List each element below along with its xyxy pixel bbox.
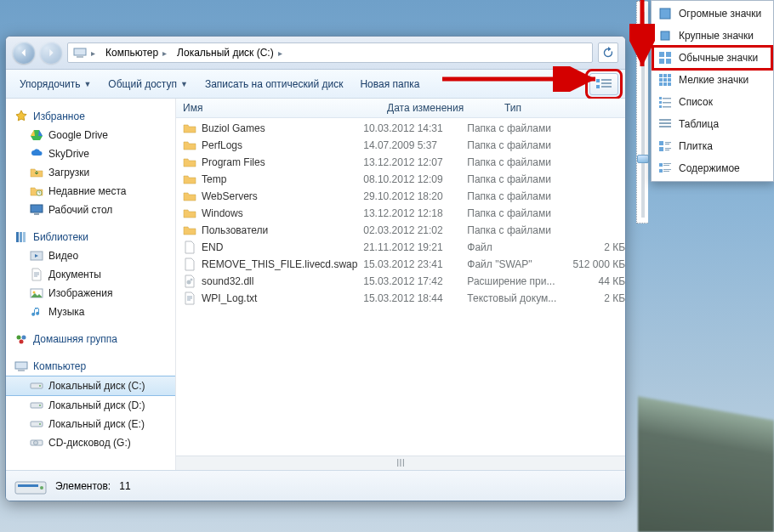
sidebar-item-cd-drive-g[interactable]: CD-дисковод (G:) <box>6 433 175 452</box>
file-row[interactable]: WebServers29.10.2012 18:20Папка с файлам… <box>183 188 625 205</box>
file-size: 44 КБ <box>565 275 625 287</box>
address-bar[interactable]: ▸ Компьютер▸ Локальный диск (C:)▸ <box>67 42 593 63</box>
favorites-header[interactable]: Избранное <box>6 107 175 126</box>
file-list[interactable]: Buziol Games10.03.2012 14:31Папка с файл… <box>176 118 625 456</box>
folder-icon <box>183 173 196 186</box>
view-menu: Огромные значки Крупные значки Обычные з… <box>651 0 774 182</box>
sidebar-item-drive-d[interactable]: Локальный диск (D:) <box>6 396 175 415</box>
change-view-button[interactable] <box>589 73 618 95</box>
sidebar-item-google-drive[interactable]: Google Drive <box>6 126 175 144</box>
sidebar-item-drive-e[interactable]: Локальный диск (E:) <box>6 415 175 433</box>
column-type[interactable]: Тип <box>504 102 615 114</box>
folder-icon <box>183 224 196 237</box>
computer-header[interactable]: Компьютер <box>6 357 175 376</box>
svg-rect-8 <box>31 205 43 212</box>
file-row[interactable]: REMOVE_THIS_FILE.livecd.swap15.03.2012 2… <box>183 256 625 273</box>
svg-point-17 <box>22 336 26 340</box>
svg-rect-63 <box>665 150 669 150</box>
svg-point-26 <box>39 423 41 425</box>
sidebar-item-drive-c[interactable]: Локальный диск (C:) <box>6 376 175 396</box>
svg-rect-37 <box>666 52 671 57</box>
svg-rect-32 <box>18 484 38 487</box>
dll-icon <box>183 274 196 288</box>
file-type: Файл <box>467 241 565 253</box>
slider-thumb[interactable] <box>637 155 649 163</box>
folder-icon <box>183 156 196 169</box>
horizontal-scrollbar[interactable]: III <box>176 456 625 470</box>
file-icon <box>183 258 196 271</box>
svg-point-28 <box>34 441 38 445</box>
view-size-slider[interactable] <box>636 1 648 224</box>
file-row[interactable]: Пользователи02.03.2012 21:02Папка с файл… <box>183 222 625 239</box>
file-row[interactable]: sound32.dll15.03.2012 17:42Расширение пр… <box>183 273 625 290</box>
drive-icon <box>30 399 43 412</box>
view-options-icon <box>596 78 612 90</box>
svg-point-22 <box>39 385 41 387</box>
view-large-icons[interactable]: Крупные значки <box>653 25 771 47</box>
sidebar-item-recent[interactable]: Недавние места <box>6 182 175 201</box>
view-small-icons[interactable]: Мелкие значки <box>653 69 771 91</box>
svg-rect-2 <box>596 79 600 82</box>
file-row[interactable]: PerfLogs14.07.2009 5:37Папка с файлами <box>183 137 625 154</box>
file-row[interactable]: WPI_Log.txt15.03.2012 18:44Текстовый док… <box>183 290 625 307</box>
sidebar-item-skydrive[interactable]: SkyDrive <box>6 144 175 163</box>
view-content[interactable]: Содержимое <box>653 157 771 179</box>
svg-point-30 <box>191 279 193 281</box>
list-icon <box>658 95 672 109</box>
organize-button[interactable]: Упорядочить▼ <box>13 75 98 93</box>
share-button[interactable]: Общий доступ▼ <box>101 75 195 93</box>
view-medium-icons[interactable]: Обычные значки <box>653 47 771 69</box>
view-list[interactable]: Список <box>653 91 771 113</box>
svg-rect-39 <box>666 59 671 64</box>
sidebar-item-pictures[interactable]: Изображения <box>6 284 175 303</box>
cd-drive-icon <box>30 436 43 450</box>
file-row[interactable]: Temp08.10.2012 12:09Папка с файлами <box>183 171 625 188</box>
sidebar-item-video[interactable]: Видео <box>6 246 175 265</box>
svg-rect-64 <box>659 163 663 167</box>
svg-rect-6 <box>601 86 612 88</box>
svg-rect-53 <box>659 105 662 108</box>
file-size: 512 000 КБ <box>565 258 625 270</box>
file-date: 21.11.2012 19:21 <box>363 241 467 253</box>
svg-rect-62 <box>665 148 671 149</box>
downloads-icon <box>30 166 43 179</box>
breadcrumb-computer[interactable]: Компьютер▸ <box>102 43 172 62</box>
svg-rect-35 <box>661 31 669 40</box>
new-folder-button[interactable]: Новая папка <box>353 75 426 93</box>
view-extra-large-icons[interactable]: Огромные значки <box>653 3 771 25</box>
svg-rect-59 <box>665 142 671 143</box>
sidebar-item-downloads[interactable]: Загрузки <box>6 163 175 182</box>
svg-rect-60 <box>665 144 669 144</box>
homegroup-header[interactable]: Домашняя группа <box>6 330 175 348</box>
sidebar-item-music[interactable]: Музыка <box>6 303 175 321</box>
file-name: WPI_Log.txt <box>202 292 257 304</box>
file-row[interactable]: Buziol Games10.03.2012 14:31Папка с файл… <box>183 120 625 137</box>
refresh-button[interactable] <box>598 42 618 63</box>
view-details[interactable]: Таблица <box>653 113 771 135</box>
svg-rect-69 <box>663 171 669 172</box>
file-name: REMOVE_THIS_FILE.livecd.swap <box>202 258 357 270</box>
svg-rect-12 <box>23 232 26 242</box>
sidebar-item-documents[interactable]: Документы <box>6 265 175 284</box>
svg-rect-47 <box>663 82 667 86</box>
burn-button[interactable]: Записать на оптический диск <box>198 75 350 93</box>
svg-rect-0 <box>74 48 86 55</box>
nav-forward-button[interactable] <box>40 42 62 64</box>
nav-back-button[interactable] <box>13 42 35 64</box>
file-row[interactable]: END21.11.2012 19:21Файл2 КБ <box>183 239 625 256</box>
libraries-header[interactable]: Библиотеки <box>6 228 175 246</box>
file-name: Program Files <box>202 156 265 168</box>
window-chrome: ▸ Компьютер▸ Локальный диск (C:)▸ <box>6 37 625 70</box>
breadcrumb-drive[interactable]: Локальный диск (C:)▸ <box>174 43 287 62</box>
file-name: Windows <box>202 207 243 219</box>
view-tiles[interactable]: Плитка <box>653 135 771 157</box>
status-count: 11 <box>119 480 130 492</box>
file-date: 10.03.2012 14:31 <box>363 122 467 134</box>
column-headers[interactable]: Имя Дата изменения Тип <box>176 99 625 118</box>
file-row[interactable]: Windows13.12.2012 12:18Папка с файлами <box>183 205 625 222</box>
svg-rect-42 <box>668 74 671 77</box>
column-name[interactable]: Имя <box>183 102 387 114</box>
column-date[interactable]: Дата изменения <box>387 102 504 114</box>
file-row[interactable]: Program Files13.12.2012 12:07Папка с фай… <box>183 154 625 171</box>
sidebar-item-desktop[interactable]: Рабочий стол <box>6 201 175 219</box>
